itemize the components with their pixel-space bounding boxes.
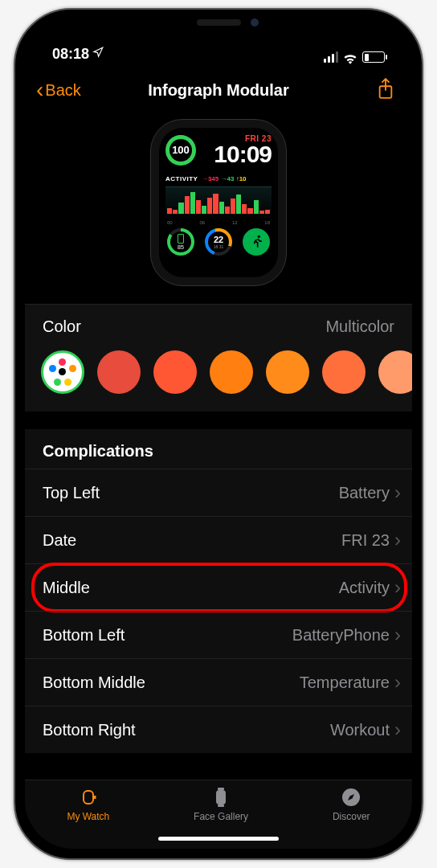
color-section: Color Multicolor xyxy=(25,304,412,411)
swatch-orange[interactable] xyxy=(210,350,253,394)
complication-value: Temperature xyxy=(300,674,390,692)
tab-my-watch[interactable]: My Watch xyxy=(67,787,109,822)
watch-time: 10:09 xyxy=(214,143,272,166)
watch-preview: 100 FRI 23 10:09 ACTIVITY →345 →43 xyxy=(25,114,412,304)
chevron-right-icon: › xyxy=(394,624,401,646)
complication-row-bottom-middle[interactable]: Bottom MiddleTemperature› xyxy=(25,658,412,706)
activity-chart xyxy=(165,186,272,220)
complication-name: Top Left xyxy=(43,484,100,502)
chevron-right-icon: › xyxy=(394,481,401,504)
swatch-red-orange[interactable] xyxy=(153,350,197,394)
complication-name: Date xyxy=(43,531,76,550)
complication-name: Middle xyxy=(43,579,90,597)
color-value: Multicolor xyxy=(325,317,394,336)
screen: 08:18 ‹ Back Infograph Modular xyxy=(25,19,412,849)
svg-rect-5 xyxy=(218,805,224,807)
color-swatches[interactable] xyxy=(25,349,412,411)
watch-face: 100 FRI 23 10:09 ACTIVITY →345 →43 xyxy=(159,128,278,277)
activity-stats: →345 →43 ↑10 xyxy=(202,175,247,182)
swatch-coral[interactable] xyxy=(322,350,366,394)
tab-discover[interactable]: Discover xyxy=(333,787,370,822)
complication-value: BatteryPhone xyxy=(292,626,390,645)
chevron-right-icon: › xyxy=(394,529,401,551)
tab-label: Face Gallery xyxy=(194,811,248,822)
notch xyxy=(134,10,303,35)
gallery-icon xyxy=(209,787,233,808)
home-indicator[interactable] xyxy=(158,837,279,841)
compass-icon xyxy=(339,787,363,808)
complication-value: Workout xyxy=(330,721,390,739)
complication-row-bottom-right[interactable]: Bottom RightWorkout› xyxy=(25,706,412,753)
complications-header: Complications xyxy=(25,429,412,469)
swatch-multicolor[interactable] xyxy=(41,350,84,394)
runner-icon xyxy=(248,234,264,250)
battery-ring-complication: 100 xyxy=(165,135,196,166)
swatch-peach[interactable] xyxy=(378,350,412,394)
location-icon xyxy=(92,47,104,60)
chevron-right-icon: › xyxy=(394,671,401,694)
complication-row-middle[interactable]: MiddleActivity› xyxy=(25,563,412,611)
complication-value: Battery xyxy=(339,484,390,502)
svg-rect-2 xyxy=(84,791,93,804)
cell-signal-icon xyxy=(324,51,338,63)
share-icon xyxy=(377,77,394,100)
chart-hour-labels: 0006 1218 xyxy=(165,220,272,225)
phone-frame: 08:18 ‹ Back Infograph Modular xyxy=(14,8,423,860)
color-label: Color xyxy=(43,317,81,336)
tab-face-gallery[interactable]: Face Gallery xyxy=(194,787,248,822)
chevron-right-icon: › xyxy=(394,576,401,599)
battery-icon xyxy=(362,51,385,63)
svg-rect-4 xyxy=(218,788,224,790)
temperature-complication: 22 18 31 xyxy=(205,228,232,256)
chevron-right-icon: › xyxy=(394,719,401,741)
chevron-left-icon: ‹ xyxy=(36,79,43,101)
swatch-orange-2[interactable] xyxy=(266,350,309,394)
complication-name: Bottom Right xyxy=(43,721,136,739)
workout-complication xyxy=(243,228,270,256)
svg-point-1 xyxy=(258,235,260,237)
complication-value: FRI 23 xyxy=(341,531,390,550)
svg-rect-3 xyxy=(216,790,226,805)
status-time: 08:18 xyxy=(52,46,89,63)
tab-label: Discover xyxy=(333,811,370,822)
swatch-red[interactable] xyxy=(97,350,141,394)
complication-row-top-left[interactable]: Top LeftBattery› xyxy=(25,469,412,516)
back-button[interactable]: ‹ Back xyxy=(36,79,81,101)
tab-label: My Watch xyxy=(67,811,109,822)
watch-icon xyxy=(76,787,100,808)
scroll-content[interactable]: 100 FRI 23 10:09 ACTIVITY →345 →43 xyxy=(25,114,412,780)
page-title: Infograph Modular xyxy=(25,81,412,100)
activity-label: ACTIVITY xyxy=(165,175,198,182)
watch-case: 100 FRI 23 10:09 ACTIVITY →345 →43 xyxy=(150,119,287,286)
share-button[interactable] xyxy=(377,77,394,103)
complication-name: Bottom Middle xyxy=(43,674,145,692)
complication-row-date[interactable]: DateFRI 23› xyxy=(25,516,412,563)
complication-name: Bottom Left xyxy=(43,626,125,645)
battery-phone-complication: 85 xyxy=(167,228,194,256)
complication-value: Activity xyxy=(339,579,390,597)
back-label: Back xyxy=(45,81,80,100)
wifi-icon xyxy=(343,51,357,63)
complication-row-bottom-left[interactable]: Bottom LeftBatteryPhone› xyxy=(25,611,412,658)
complications-section: Complications Top LeftBattery›DateFRI 23… xyxy=(25,429,412,753)
nav-bar: ‹ Back Infograph Modular xyxy=(25,66,412,114)
